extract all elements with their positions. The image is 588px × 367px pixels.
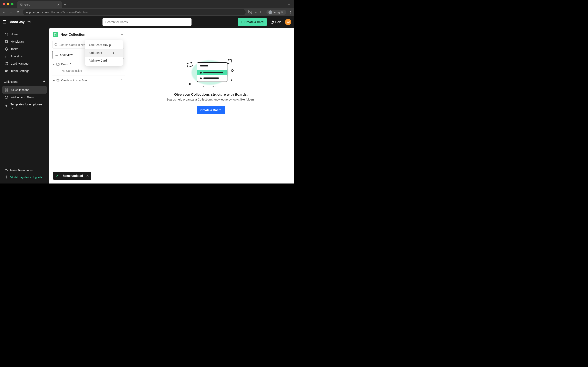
sidebar-item-home[interactable]: Home [2, 31, 47, 38]
collections-label: Collections [4, 80, 18, 83]
back-button[interactable]: ← [2, 10, 7, 14]
svg-rect-11 [5, 90, 6, 91]
list-icon [55, 53, 58, 57]
sidebar-item-label: Analytics [11, 55, 22, 58]
window-controls[interactable] [3, 3, 13, 5]
svg-rect-0 [261, 11, 263, 13]
create-card-button[interactable]: + Create a Card [238, 18, 267, 26]
trial-label: 30 trial days left • Upgrade [10, 176, 42, 179]
sparkle-icon [4, 175, 8, 179]
main-panel: New Collection + Overview ▶ Board 1 No C… [49, 28, 294, 184]
create-board-button[interactable]: Create a Board [197, 106, 225, 114]
invite-teammates-button[interactable]: Invite Teammates [2, 167, 47, 174]
toast-message: Theme updated [61, 174, 83, 177]
bookmark-star-icon[interactable]: ☆ [255, 11, 257, 14]
svg-rect-9 [7, 89, 8, 90]
url-path: /collections/9ifzi/New-Collection [48, 11, 87, 14]
sidebar-item-label: Team Settings [11, 69, 29, 73]
collection-title[interactable]: New Collection [61, 33, 85, 37]
forward-button: → [9, 10, 13, 14]
grid-icon [4, 88, 8, 92]
help-button[interactable]: Help [270, 20, 281, 24]
incognito-badge[interactable]: Incognito [267, 10, 286, 15]
browser-menu-icon[interactable]: ⋮ [289, 11, 292, 14]
menu-add-board[interactable]: Add Board [85, 49, 123, 57]
tab-title: Guru [25, 3, 30, 6]
collection-add-button[interactable]: + [120, 31, 124, 38]
minimize-window-icon[interactable] [7, 3, 9, 5]
close-window-icon[interactable] [3, 3, 5, 5]
svg-rect-10 [7, 90, 8, 91]
help-icon [270, 20, 274, 24]
overview-label: Overview [60, 53, 72, 57]
new-tab-button[interactable]: + [64, 2, 66, 7]
trial-upgrade-link[interactable]: 30 trial days left • Upgrade [2, 174, 47, 181]
workspace-name[interactable]: Mood Joy Ltd [9, 20, 31, 24]
sidebar-item-analytics[interactable]: Analytics [2, 53, 47, 60]
svg-rect-8 [5, 89, 6, 90]
not-on-board-count: 0 [121, 79, 123, 82]
users-icon [4, 69, 8, 73]
empty-subtitle: Boards help organize a Collection's know… [166, 98, 255, 101]
collection-all[interactable]: All Collections [2, 86, 47, 94]
not-on-board-label: Cards not on a Board [61, 79, 89, 82]
sidebar-item-label: My Library [11, 40, 25, 43]
bookmark-icon [4, 40, 8, 43]
empty-title: Give your Collections structure with Boa… [174, 92, 248, 97]
tab-overflow-icon[interactable]: ⌄ [288, 2, 290, 6]
menu-add-new-card[interactable]: Add new Card [85, 57, 123, 64]
sidebar-item-label: Tasks [11, 47, 18, 50]
hamburger-menu-icon[interactable]: ☰ [3, 20, 7, 25]
chevron-down-icon[interactable]: ▶ [53, 63, 55, 65]
sidebar-item-library[interactable]: My Library [2, 38, 47, 45]
collection-label: All Collections [11, 88, 29, 92]
global-search-input[interactable] [103, 18, 191, 26]
collection-header: New Collection + [52, 31, 125, 40]
collections-header: Collections + [0, 76, 49, 85]
close-tab-icon[interactable]: ✕ [57, 3, 60, 6]
browser-chrome: G Guru ✕ + ⌄ ← → ⟳ app.getguru.com/colle… [0, 0, 294, 16]
sidebar-item-tasks[interactable]: Tasks [2, 45, 47, 53]
collection-label: Templates for employee ... [11, 103, 44, 109]
sidebar-item-label: Home [11, 33, 18, 36]
maximize-window-icon[interactable] [11, 3, 13, 5]
svg-point-7 [5, 70, 7, 71]
user-plus-icon [4, 168, 8, 172]
chevron-right-icon[interactable]: ▶ [53, 79, 55, 82]
sidebar-item-label: Card Manager [11, 62, 30, 65]
no-cards-label: No Cards inside [52, 67, 125, 75]
invite-label: Invite Teammates [10, 169, 33, 172]
svg-point-12 [5, 96, 8, 99]
svg-point-13 [5, 169, 7, 170]
svg-point-16 [55, 43, 57, 46]
board-name: Board 1 [61, 63, 72, 66]
collection-welcome[interactable]: Welcome to Guru! [2, 94, 47, 101]
empty-illustration [187, 58, 234, 87]
menu-add-board-group[interactable]: Add Board Group [85, 41, 123, 49]
address-bar: ← → ⟳ app.getguru.com/collections/9ifzi/… [0, 8, 294, 16]
toast-close-button[interactable]: ✕ [86, 174, 89, 178]
app-topbar: ☰ Mood Joy Ltd + Create a Card Help DJ [0, 16, 294, 28]
add-menu-dropdown: Add Board Group Add Board Add new Card [85, 40, 123, 66]
sidebar-item-team-settings[interactable]: Team Settings [2, 67, 47, 75]
user-avatar[interactable]: DJ [285, 19, 291, 25]
cards-not-on-board-row[interactable]: ▶ Cards not on a Board 0 [52, 77, 125, 84]
url-field[interactable]: app.getguru.com/collections/9ifzi/New-Co… [23, 9, 246, 15]
reload-button[interactable]: ⟳ [16, 10, 20, 14]
eye-off-icon[interactable] [248, 10, 252, 15]
add-collection-button[interactable]: + [43, 80, 45, 84]
collection-label: Welcome to Guru! [11, 96, 35, 99]
chart-icon [4, 54, 8, 58]
sidebar-item-card-manager[interactable]: Card Manager [2, 60, 47, 67]
browser-tab[interactable]: G Guru ✕ [17, 1, 62, 8]
bell-icon [4, 47, 8, 51]
svg-rect-6 [5, 63, 7, 65]
extensions-icon[interactable] [260, 10, 264, 14]
tab-bar: G Guru ✕ + ⌄ [0, 0, 294, 8]
cursor-icon [112, 51, 115, 55]
folder-icon [56, 63, 60, 66]
sparkle-icon [4, 104, 8, 108]
collection-templates[interactable]: Templates for employee ... [2, 101, 47, 111]
create-card-label: Create a Card [244, 20, 264, 24]
app-root: ☰ Mood Joy Ltd + Create a Card Help DJ H… [0, 16, 294, 184]
